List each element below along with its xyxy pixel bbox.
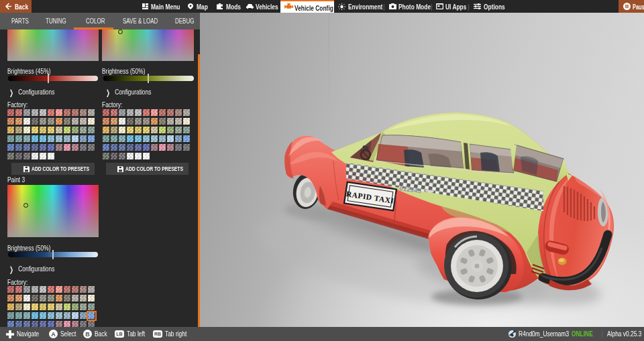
svg-text:LB: LB (116, 332, 122, 336)
svg-text:A: A (51, 331, 56, 338)
svg-text:B: B (85, 331, 90, 338)
svg-text:RB: RB (154, 332, 161, 336)
